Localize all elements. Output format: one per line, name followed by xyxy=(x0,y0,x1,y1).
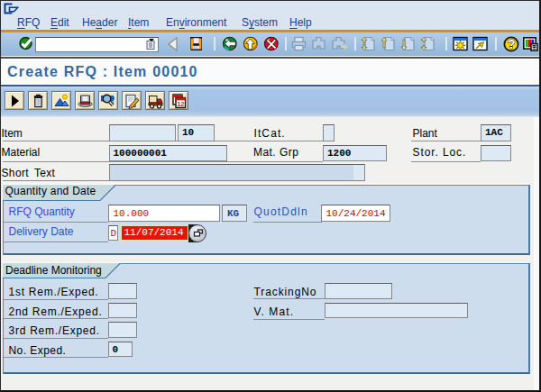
svg-text:?: ? xyxy=(508,37,516,51)
svg-text:12: 12 xyxy=(177,99,184,107)
